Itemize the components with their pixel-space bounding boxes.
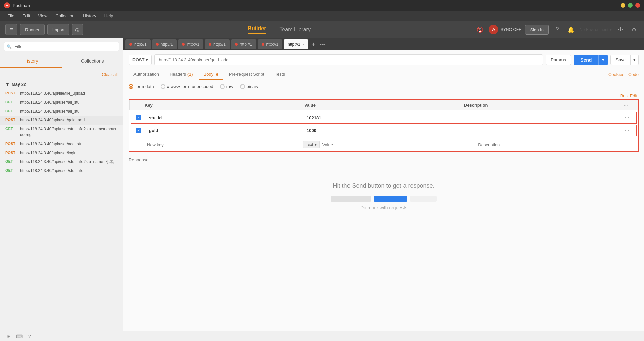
history-item[interactable]: POSThttp://118.24.3.40/api/file/file_upl… — [0, 89, 123, 98]
sub-tab-tests[interactable]: Tests — [270, 69, 290, 80]
promo-gray-button[interactable] — [331, 196, 371, 202]
method-badge: POST — [5, 141, 17, 146]
no-environment-selector[interactable]: No Environment ▾ — [580, 27, 612, 32]
help-icon-button[interactable]: ? — [553, 25, 562, 34]
row1-actions[interactable]: ⋯ — [622, 115, 632, 120]
sub-tabs-right: Cookies Code — [608, 72, 639, 77]
menu-history[interactable]: History — [79, 12, 99, 20]
close-button[interactable]: × — [635, 3, 640, 8]
row1-checkbox[interactable] — [136, 115, 141, 120]
sub-tab-prerequest[interactable]: Pre-request Script — [224, 69, 269, 80]
tab-dot — [235, 43, 238, 46]
clear-all-button[interactable]: Clear all — [0, 71, 123, 80]
response-empty-message: Hit the Send button to get a response. — [136, 182, 632, 189]
history-item[interactable]: GEThttp://118.24.3.40//api/user/stu_info — [0, 166, 123, 175]
request-tab[interactable]: http://1× — [284, 39, 308, 49]
tab-collections[interactable]: Collections — [62, 55, 123, 68]
history-item[interactable]: GEThttp://118.24.3.40/api/user/all_stu — [0, 98, 123, 107]
request-tabs-row: http://1http://1http://1http://1http://1… — [123, 38, 644, 50]
method-badge: GET — [5, 168, 17, 172]
bottom-keyboard-icon[interactable]: ⌨ — [15, 334, 24, 339]
history-url: http://118.24.3.40/api/file/file_upload — [20, 91, 85, 96]
new-key-input[interactable] — [144, 142, 303, 147]
request-tab[interactable]: http://1 — [125, 39, 151, 49]
radio-urlencoded[interactable]: x-www-form-urlencoded — [161, 84, 213, 89]
history-item[interactable]: POSThttp://118.24.3.40/api/user/add_stu — [0, 139, 123, 149]
row1-value: 102181 — [307, 115, 464, 120]
add-tab-button[interactable]: + — [309, 41, 318, 48]
method-badge: POST — [5, 150, 17, 155]
tab-label: http://1 — [266, 42, 279, 47]
notifications-icon-button[interactable]: 🔔 — [566, 25, 576, 34]
sign-in-button[interactable]: Sign In — [525, 25, 548, 35]
cookies-link[interactable]: Cookies — [608, 72, 624, 77]
row2-value: 1000 — [307, 128, 464, 133]
minimize-button[interactable]: − — [621, 3, 625, 8]
new-desc-input[interactable] — [478, 142, 634, 147]
promo-bar — [136, 196, 632, 202]
nav-builder[interactable]: Builder — [248, 25, 266, 34]
new-value-input[interactable] — [322, 142, 478, 147]
menu-view[interactable]: View — [35, 12, 51, 20]
request-tab[interactable]: http://1 — [205, 39, 230, 49]
history-item[interactable]: GEThttp://118.24.3.40/api/user/all_stu — [0, 107, 123, 116]
radio-form-data[interactable]: form-data — [129, 84, 154, 89]
request-tab[interactable]: http://1 — [231, 39, 256, 49]
toolbar: ☰ Runner Import ◶ Builder Team Library 📵… — [0, 21, 644, 38]
bulk-edit-button[interactable]: Bulk Edit — [619, 93, 639, 98]
bottom-help-icon[interactable]: ? — [27, 334, 32, 339]
save-dropdown-button[interactable]: ▾ — [631, 55, 639, 65]
do-more-text: Do more with requests — [136, 205, 632, 210]
url-input[interactable] — [154, 54, 543, 65]
import-button[interactable]: Import — [47, 24, 70, 35]
code-link[interactable]: Code — [628, 72, 639, 77]
save-button[interactable]: Save — [610, 55, 631, 65]
sub-tab-headers[interactable]: Headers (1) — [165, 69, 198, 80]
sub-tab-body[interactable]: Body — [199, 69, 223, 80]
request-tab[interactable]: http://1 — [152, 39, 177, 49]
row2-actions[interactable]: ⋯ — [622, 128, 632, 133]
menu-help[interactable]: Help — [101, 12, 117, 20]
request-tab[interactable]: http://1 — [178, 39, 203, 49]
col-desc-header: Description — [464, 103, 624, 108]
more-actions-icon[interactable]: ⋯ — [624, 103, 628, 108]
send-dropdown-button[interactable]: ▾ — [598, 55, 608, 65]
history-list: POSThttp://118.24.3.40/api/file/file_upl… — [0, 89, 123, 175]
history-url: http://118.24.3.40//api/user/stu_info?st… — [20, 159, 114, 165]
sub-tabs-left: Authorization Headers (1) Body Pre-reque… — [129, 69, 290, 80]
sub-tab-authorization[interactable]: Authorization — [129, 69, 164, 80]
row2-checkbox[interactable] — [136, 128, 141, 133]
params-button[interactable]: Params — [546, 55, 571, 65]
tab-close-icon[interactable]: × — [302, 42, 304, 46]
nav-team-library[interactable]: Team Library — [279, 26, 310, 33]
sidebar-toggle-button[interactable]: ☰ — [5, 24, 17, 35]
history-item[interactable]: GEThttp://118.24.3.40//api/user/stu_info… — [0, 157, 123, 166]
history-item[interactable]: GEThttp://118.24.3.40//api/user/stu_info… — [0, 125, 123, 139]
runner-button[interactable]: Runner — [20, 24, 45, 35]
send-button[interactable]: Send — [574, 55, 598, 65]
bottom-layout-icon[interactable]: ⊞ — [5, 334, 12, 339]
menu-collection[interactable]: Collection — [52, 12, 78, 20]
new-tab-button[interactable]: ◶ — [72, 24, 83, 35]
radio-raw[interactable]: raw — [220, 84, 233, 89]
promo-blue-button[interactable] — [374, 196, 407, 202]
request-tab[interactable]: http://1 — [258, 39, 283, 49]
tab-label: http://1 — [240, 42, 252, 47]
tab-history[interactable]: History — [0, 55, 62, 68]
preview-icon-button[interactable]: 👁 — [616, 25, 625, 34]
settings-icon-button[interactable]: ⚙ — [629, 25, 639, 34]
menu-edit[interactable]: Edit — [19, 12, 33, 20]
search-input[interactable] — [4, 42, 119, 51]
type-selector[interactable]: Text ▾ — [303, 141, 320, 148]
menu-file[interactable]: File — [4, 12, 18, 20]
history-item[interactable]: POSThttp://118.24.3.40/api/user/gold_add — [0, 116, 123, 125]
history-item[interactable]: POSThttp://118.24.3.40/api/user/login — [0, 149, 123, 158]
sync-label: SYNC OFF — [501, 27, 521, 32]
menu-bar: File Edit View Collection History Help — [0, 11, 644, 21]
promo-light-button[interactable] — [410, 196, 437, 202]
maximize-button[interactable]: □ — [628, 3, 633, 8]
more-tabs-button[interactable]: ••• — [318, 42, 327, 47]
radio-binary[interactable]: binary — [240, 84, 258, 89]
method-selector[interactable]: POST ▾ — [129, 55, 152, 65]
interceptor-icon[interactable]: 📵 — [475, 25, 485, 34]
